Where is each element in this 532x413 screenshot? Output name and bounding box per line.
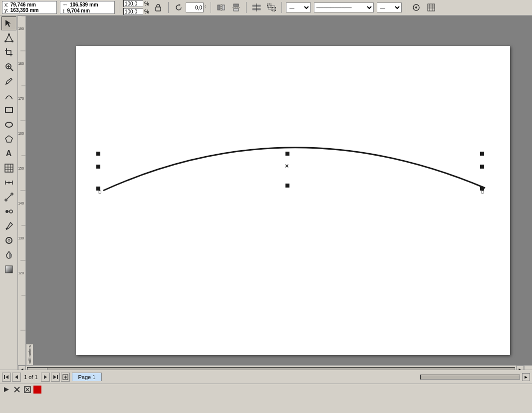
handle-tc[interactable] [285, 152, 289, 156]
page-1-tab[interactable]: Page 1 [72, 373, 102, 381]
document-page: × D D [76, 46, 510, 355]
shape-tool-button[interactable] [1, 31, 16, 45]
canvas-row: 190 180 170 160 150 140 130 120 [18, 16, 532, 365]
bottom-mini-toolbar [0, 384, 532, 395]
svg-point-23 [8, 33, 10, 35]
color-swatch-red[interactable] [33, 386, 41, 394]
group-button[interactable] [266, 1, 277, 13]
scale-height-input[interactable] [123, 8, 143, 15]
horizontal-scrollbar[interactable]: ◄ ► [18, 365, 532, 370]
separator-4 [246, 2, 247, 13]
lock-aspect-button[interactable] [152, 1, 164, 13]
extra-button[interactable] [425, 1, 437, 13]
interactive-fill-icon [4, 265, 13, 274]
svg-rect-0 [156, 7, 161, 11]
close-snap-button[interactable] [23, 385, 32, 394]
text-tool-button[interactable]: A [1, 147, 16, 161]
crop-icon [4, 48, 13, 57]
millimeters-label: millimeters [26, 344, 33, 365]
line-thickness-select[interactable]: — ── [286, 2, 311, 12]
y-label: y: [4, 7, 8, 13]
curve-path[interactable] [103, 148, 485, 191]
handle-tr[interactable] [480, 152, 484, 156]
svg-marker-110 [53, 375, 56, 379]
line-style-select[interactable]: ────────── - - - - - · · · · · [314, 2, 374, 12]
page-navigation: 1 of 1 [2, 373, 70, 382]
svg-text:180: 180 [18, 62, 24, 65]
ruler-svg-left: 190 180 170 160 150 140 130 120 [18, 16, 25, 365]
mirror-vertical-button[interactable] [230, 1, 242, 13]
lock-icon [155, 3, 162, 11]
play-button[interactable] [2, 385, 11, 394]
separator-5 [281, 2, 282, 13]
rotation-input[interactable] [186, 2, 204, 12]
rectangle-tool-button[interactable] [1, 103, 16, 117]
scale-width-input[interactable] [123, 0, 143, 7]
align-button[interactable] [251, 1, 263, 13]
selection-icon [4, 19, 13, 28]
dimension-tool-button[interactable] [1, 176, 16, 190]
outline-pen-button[interactable] [1, 233, 16, 247]
size-box: ↔ 106,539 mm ↕ 9,704 mm [60, 1, 115, 14]
handle-mr[interactable] [480, 165, 484, 169]
scroll-right-button[interactable]: ► [516, 366, 524, 370]
add-page-button[interactable] [61, 373, 70, 382]
blend-tool-button[interactable] [1, 205, 16, 218]
svg-point-53 [5, 228, 7, 229]
freehand-tool-button[interactable] [1, 74, 16, 88]
svg-point-51 [9, 210, 12, 213]
group-icon [267, 3, 276, 11]
connector-tool-button[interactable] [1, 190, 16, 204]
status-expand-button[interactable]: ► [522, 373, 530, 381]
table-tool-icon [4, 164, 13, 173]
add-page-icon [62, 374, 68, 380]
scroll-left-button[interactable]: ◄ [18, 366, 26, 370]
svg-point-47 [5, 199, 7, 201]
scale-group: % % [123, 0, 149, 15]
svg-rect-5 [234, 8, 239, 11]
selection-tool-button[interactable] [1, 16, 16, 30]
svg-text:160: 160 [18, 132, 24, 135]
scroll-track[interactable] [27, 367, 515, 370]
svg-marker-107 [15, 375, 18, 379]
table-icon [427, 3, 435, 11]
rotate-icon [175, 3, 183, 11]
scroll-thumb[interactable] [27, 368, 47, 370]
eyedropper-icon [4, 221, 13, 230]
svg-point-35 [5, 122, 12, 127]
handle-tl[interactable] [96, 152, 100, 156]
svg-text:120: 120 [18, 271, 24, 275]
stop-snap-button[interactable] [12, 385, 21, 394]
line-end-select[interactable]: — [377, 2, 402, 12]
status-bar: 1 of 1 Page 1 ► [0, 370, 532, 384]
last-page-button[interactable] [51, 373, 60, 382]
ellipse-tool-button[interactable] [1, 118, 16, 132]
handle-bc[interactable] [285, 184, 289, 188]
properties-button[interactable] [410, 1, 422, 13]
zoom-tool-button[interactable] [1, 60, 16, 74]
left-anchor-label: D [98, 190, 102, 195]
next-page-button[interactable] [41, 373, 50, 382]
smart-fill-tool-button[interactable] [1, 89, 16, 103]
first-page-button[interactable] [2, 373, 11, 382]
separator-1 [119, 2, 119, 13]
svg-point-14 [415, 6, 417, 8]
eyedropper-tool-button[interactable] [1, 219, 16, 233]
svg-point-55 [8, 239, 10, 241]
svg-marker-46 [9, 182, 11, 184]
shape-edit-icon [4, 33, 13, 42]
mirror-horizontal-button[interactable] [215, 1, 227, 13]
table-tool-button[interactable] [1, 161, 16, 175]
svg-text:140: 140 [18, 202, 24, 205]
height-value: 9,704 mm [67, 8, 90, 13]
crop-tool-button[interactable] [1, 45, 16, 59]
rotation-group: ° [173, 1, 207, 13]
fill-tool-button[interactable] [1, 248, 16, 262]
polygon-tool-button[interactable] [1, 132, 16, 146]
interactive-fill-button[interactable] [1, 262, 16, 276]
prev-page-button[interactable] [12, 373, 21, 382]
canvas-area[interactable]: × D D millimeters [26, 16, 532, 365]
zoom-icon [4, 62, 13, 71]
status-scrollbar[interactable] [420, 375, 520, 380]
handle-ml-top[interactable] [96, 165, 100, 169]
